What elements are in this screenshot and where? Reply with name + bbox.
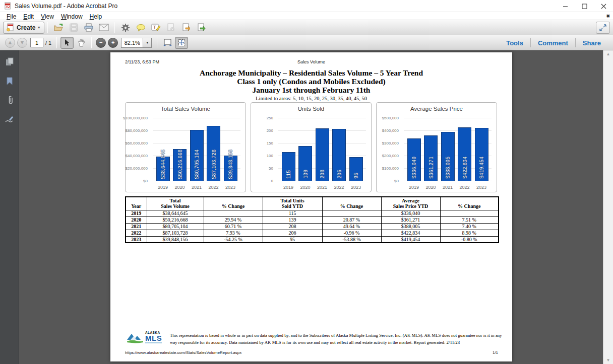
- comment-button[interactable]: [134, 22, 147, 34]
- share-button[interactable]: Share: [576, 39, 608, 47]
- table-header-cell: Total Units Sold YTD: [263, 197, 322, 210]
- signatures-icon[interactable]: [4, 114, 15, 125]
- extract-pages-button[interactable]: [179, 22, 193, 34]
- chart-title: Units Sold: [251, 106, 371, 112]
- bar-value-label: $80,705,104: [194, 150, 200, 179]
- x-axis-tick-label: 2022: [458, 185, 471, 190]
- window-title: Sales Volume.pdf - Adobe Acrobat Pro: [15, 3, 117, 10]
- table-cell: $38,644,645: [147, 210, 204, 216]
- y-axis-tick-label: $100,000: [369, 166, 399, 171]
- close-button[interactable]: [594, 0, 613, 12]
- bar-value-label: $39,848,156: [227, 150, 233, 179]
- gridline: [153, 181, 240, 181]
- scroll-up-icon[interactable]: ▲: [606, 52, 610, 56]
- page-thumbnails-icon[interactable]: [4, 56, 15, 67]
- menubar: FileEditViewWindowHelp ✖: [0, 12, 613, 20]
- save-button[interactable]: [67, 22, 80, 34]
- menu-window[interactable]: Window: [57, 13, 86, 20]
- x-axis-tick-label: 2021: [190, 185, 204, 190]
- comment-panel-button[interactable]: Comment: [531, 39, 575, 47]
- y-axis-tick-label: $500,000: [369, 116, 399, 120]
- x-axis-tick-label: 2020: [173, 185, 187, 190]
- open-file-button[interactable]: [52, 22, 65, 34]
- minimize-icon: [563, 4, 568, 9]
- y-axis-tick-label: $80,000,000: [117, 128, 148, 133]
- table-cell: [440, 210, 499, 216]
- settings-button[interactable]: [119, 22, 132, 34]
- zoom-in-icon: +: [111, 40, 114, 45]
- delete-pages-button[interactable]: [164, 22, 177, 34]
- hand-tool-button[interactable]: [75, 37, 88, 49]
- delete-page-icon: [167, 23, 175, 32]
- acrobat-app-icon: [4, 2, 12, 10]
- chart-title: Average Sales Price: [377, 106, 497, 112]
- tools-button[interactable]: Tools: [499, 39, 530, 47]
- select-tool-button[interactable]: [60, 37, 74, 49]
- table-cell: $422,834: [381, 230, 440, 236]
- fit-width-icon: [163, 39, 172, 46]
- document-header: Sales Volume: [110, 59, 512, 64]
- bookmarks-icon[interactable]: [4, 76, 15, 87]
- create-button-label: Create: [17, 24, 35, 31]
- table-cell: -0.80 %: [440, 236, 499, 243]
- pdf-page: 2/11/23, 6:53 PM Sales Volume Anchorage …: [110, 52, 512, 361]
- zoom-in-button[interactable]: +: [108, 38, 118, 48]
- send-page-icon: [197, 23, 206, 32]
- previous-page-button[interactable]: ▲: [5, 38, 15, 48]
- fit-page-button[interactable]: [175, 37, 188, 49]
- email-button[interactable]: [97, 22, 110, 34]
- table-header-cell: % Change: [440, 197, 499, 210]
- open-icon: [53, 23, 64, 32]
- next-page-button[interactable]: ▼: [17, 38, 27, 48]
- menu-file[interactable]: File: [3, 13, 20, 20]
- print-button[interactable]: [82, 22, 95, 34]
- x-axis-tick-label: 2023: [349, 185, 363, 190]
- page-number-input[interactable]: [30, 38, 43, 47]
- fit-width-button[interactable]: [161, 37, 174, 49]
- bar-value-label: $422,834: [462, 157, 468, 179]
- send-file-button[interactable]: [195, 22, 208, 34]
- table-cell: 2020: [126, 216, 147, 223]
- x-axis-tick-label: 2021: [316, 185, 329, 190]
- scroll-down-icon[interactable]: ▼: [606, 358, 610, 362]
- table-cell: -54.25 %: [204, 236, 263, 243]
- report-subtitle: Limited to areas: 5, 10, 15, 20, 25, 30,…: [110, 96, 512, 101]
- bar-value-label: $419,454: [478, 157, 484, 179]
- gridline: [278, 181, 366, 181]
- menu-edit[interactable]: Edit: [20, 13, 37, 20]
- vertical-scrollbar[interactable]: ▲ ▼: [603, 50, 613, 364]
- select-tool-icon: [64, 39, 71, 46]
- zoom-level-input[interactable]: 82.1%: [121, 38, 143, 48]
- comment-bubble-icon: [136, 24, 146, 32]
- table-cell: -53.88 %: [322, 236, 381, 243]
- maximize-button[interactable]: [575, 0, 594, 12]
- fullscreen-toggle-button[interactable]: [596, 22, 610, 34]
- menu-help[interactable]: Help: [86, 13, 106, 20]
- y-axis-tick-label: $20,000,000: [117, 166, 148, 171]
- y-axis-tick-label: $300,000: [369, 141, 399, 145]
- table-row: 2022$87,103,7287.93 %206-0.96 %$422,8348…: [126, 230, 499, 236]
- edit-text-button[interactable]: T: [149, 22, 162, 34]
- bar-value-label: 95: [353, 173, 359, 179]
- toolbar-separator: [157, 37, 157, 48]
- page-total-label: / 1: [45, 40, 51, 46]
- nav-toolbar: ▲ ▼ / 1 − + 82.1% ▾ Tools Comment S: [0, 35, 613, 50]
- menubar-close-icon[interactable]: ✖: [606, 14, 610, 19]
- y-axis-tick-label: $100,000,000: [117, 116, 148, 120]
- minimize-button[interactable]: [556, 0, 575, 12]
- zoom-out-button[interactable]: −: [96, 38, 106, 48]
- report-title-line3: January 1st through February 11th: [110, 86, 512, 95]
- attachments-icon[interactable]: [4, 95, 15, 106]
- main-toolbar: Create ▾: [0, 20, 613, 35]
- table-cell: 49.64 %: [322, 223, 381, 230]
- table-row: 2021$80,705,10460.71 %20849.64 %$388,005…: [126, 223, 499, 230]
- table-cell: $50,216,668: [147, 216, 204, 223]
- zoom-dropdown-button[interactable]: ▾: [143, 38, 152, 48]
- y-axis-tick-label: $0: [369, 179, 399, 183]
- mountains-logo-icon: [127, 331, 144, 344]
- bar-2023: 95: [349, 157, 363, 181]
- navigation-pane: [0, 50, 19, 364]
- menu-view[interactable]: View: [37, 13, 57, 20]
- bar-2020: $50,216,668: [173, 149, 187, 181]
- create-button[interactable]: Create ▾: [3, 22, 44, 34]
